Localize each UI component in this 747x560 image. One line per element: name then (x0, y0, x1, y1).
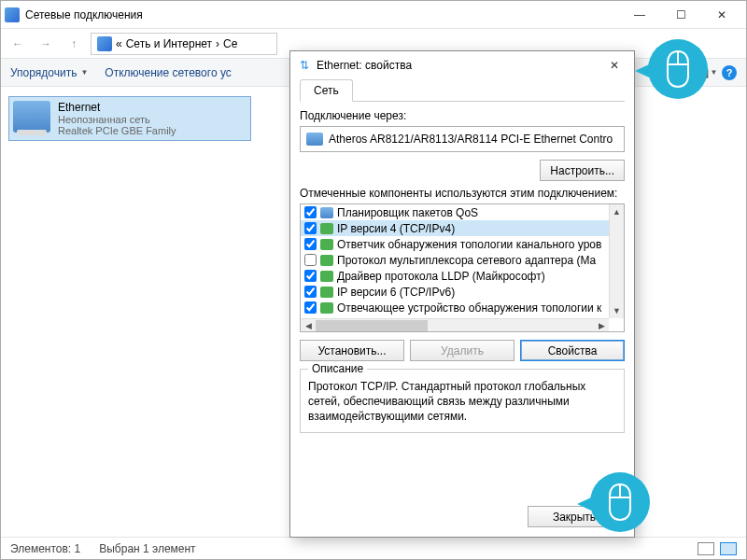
minimize-button[interactable]: — (619, 2, 660, 28)
scroll-left-icon[interactable]: ◀ (301, 319, 316, 331)
component-row[interactable]: Протокол мультиплексора сетевого адаптер… (301, 252, 609, 268)
protocol-icon (320, 239, 333, 250)
maximize-button[interactable]: ☐ (660, 2, 701, 28)
components-label: Отмеченные компоненты используются этим … (300, 187, 625, 200)
back-button[interactable]: ← (7, 33, 29, 55)
protocol-icon (320, 271, 333, 282)
component-checkbox[interactable] (304, 286, 317, 298)
description-text: Протокол TCP/IP. Стандартный протокол гл… (308, 379, 616, 425)
ethernet-properties-dialog: ⇅ Ethernet: свойства ✕ Сеть Подключение … (289, 50, 635, 538)
tab-strip: Сеть (300, 79, 625, 102)
component-label: IP версии 4 (TCP/IPv4) (337, 222, 455, 235)
components-listbox[interactable]: Планировщик пакетов QoSIP версии 4 (TCP/… (300, 203, 625, 332)
component-checkbox[interactable] (304, 222, 317, 234)
up-button[interactable]: ↑ (63, 33, 85, 55)
network-connections-icon (5, 7, 20, 22)
disable-device-button[interactable]: Отключение сетевого ус (105, 66, 231, 79)
titlebar: Сетевые подключения — ☐ ✕ (1, 1, 746, 29)
help-icon[interactable]: ? (722, 65, 737, 80)
component-checkbox[interactable] (304, 206, 317, 218)
tab-network[interactable]: Сеть (300, 79, 353, 102)
hint-click-close-button (590, 472, 650, 532)
component-checkbox[interactable] (304, 254, 317, 266)
scroll-down-icon[interactable]: ▼ (610, 303, 624, 318)
description-group: Описание Протокол TCP/IP. Стандартный пр… (300, 369, 625, 433)
dialog-titlebar: ⇅ Ethernet: свойства ✕ (290, 51, 634, 79)
component-row[interactable]: IP версии 4 (TCP/IPv4) (301, 220, 609, 236)
adapter-full-name: Atheros AR8121/AR8113/AR8114 PCI-E Ether… (329, 133, 613, 146)
status-bar: Элементов: 1 Выбран 1 элемент (1, 537, 746, 559)
vertical-scrollbar[interactable]: ▲ ▼ (609, 204, 624, 318)
protocol-icon (320, 223, 333, 234)
adapter-name: Ethernet (58, 101, 176, 114)
component-label: Драйвер протокола LLDP (Майкрософт) (337, 270, 545, 283)
configure-button[interactable]: Настроить... (540, 160, 625, 181)
window-title: Сетевые подключения (25, 8, 619, 21)
adapter-status: Неопознанная сеть (58, 114, 176, 125)
component-row[interactable]: Отвечающее устройство обнаружения тополо… (301, 300, 609, 315)
protocol-icon (320, 287, 333, 298)
adapter-display: Atheros AR8121/AR8113/AR8114 PCI-E Ether… (300, 126, 625, 152)
hint-click-close (648, 39, 708, 99)
component-label: Отвечающее устройство обнаружения тополо… (337, 301, 601, 315)
protocol-icon (320, 255, 333, 266)
properties-button[interactable]: Свойства (520, 340, 625, 361)
breadcrumb-item-2[interactable]: Се (223, 37, 237, 50)
component-checkbox[interactable] (304, 238, 317, 250)
adapter-device: Realtek PCIe GBE Family (58, 125, 176, 136)
install-button[interactable]: Установить... (300, 340, 404, 361)
forward-button[interactable]: → (35, 33, 57, 55)
breadcrumb[interactable]: « Сеть и Интернет › Се (91, 33, 277, 55)
breadcrumb-chevron: › (216, 37, 219, 50)
adapter-icon (13, 101, 50, 133)
dialog-title: Ethernet: свойства (317, 59, 599, 72)
status-count: Элементов: 1 (10, 542, 80, 555)
component-label: Протокол мультиплексора сетевого адаптер… (337, 254, 596, 267)
component-checkbox[interactable] (304, 270, 317, 282)
component-label: Ответчик обнаружения топологии канальног… (337, 238, 601, 251)
nic-icon (306, 133, 323, 146)
description-title: Описание (308, 362, 367, 375)
scroll-right-icon[interactable]: ▶ (594, 319, 609, 331)
component-row[interactable]: Ответчик обнаружения топологии канальног… (301, 236, 609, 252)
component-label: Планировщик пакетов QoS (337, 206, 478, 219)
scroll-up-icon[interactable]: ▲ (610, 204, 624, 219)
tiles-view-icon[interactable] (720, 542, 737, 555)
breadcrumb-item-1[interactable]: Сеть и Интернет (126, 37, 212, 50)
organize-label: Упорядочить (10, 66, 77, 79)
component-label: IP версии 6 (TCP/IPv6) (337, 286, 455, 299)
status-selected: Выбран 1 элемент (99, 542, 195, 555)
remove-button: Удалить (410, 340, 514, 361)
close-button[interactable]: ✕ (701, 2, 742, 28)
details-view-icon[interactable] (698, 542, 714, 555)
component-row[interactable]: Драйвер протокола LLDP (Майкрософт) (301, 268, 609, 284)
breadcrumb-sep: « (116, 37, 122, 50)
component-checkbox[interactable] (304, 301, 317, 314)
protocol-icon (320, 302, 333, 314)
scroll-thumb[interactable] (316, 320, 428, 331)
component-row[interactable]: Планировщик пакетов QoS (301, 204, 609, 220)
qos-icon (320, 207, 333, 218)
ethernet-icon: ⇅ (298, 59, 311, 72)
organize-menu[interactable]: Упорядочить ▼ (10, 66, 88, 79)
component-row[interactable]: IP версии 6 (TCP/IPv6) (301, 284, 609, 300)
control-panel-icon (97, 36, 112, 51)
horizontal-scrollbar[interactable]: ◀ ▶ (301, 318, 609, 331)
chevron-down-icon: ▼ (80, 68, 88, 77)
disable-label: Отключение сетевого ус (105, 66, 231, 79)
adapter-item-ethernet[interactable]: Ethernet Неопознанная сеть Realtek PCIe … (8, 96, 251, 141)
connect-via-label: Подключение через: (300, 109, 625, 122)
